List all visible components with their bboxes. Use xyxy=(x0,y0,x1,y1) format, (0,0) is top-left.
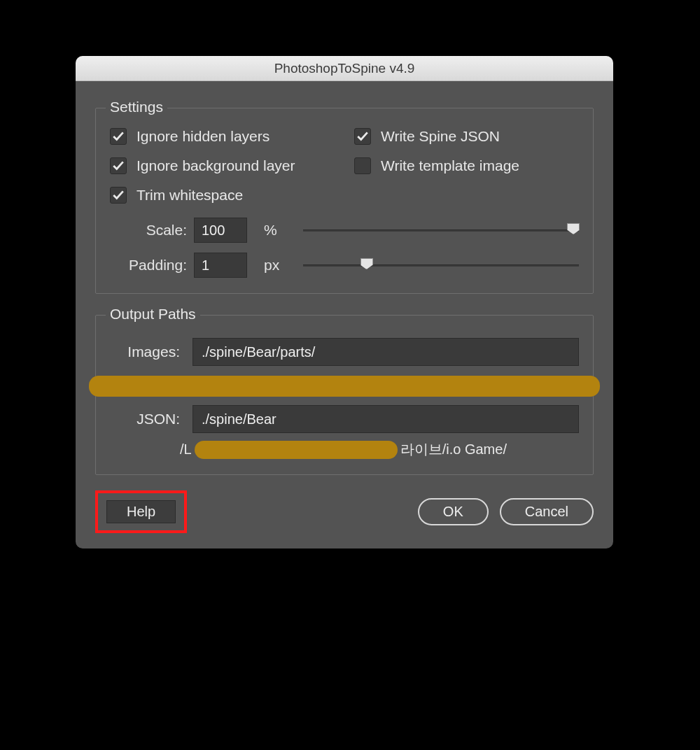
json-path-row: JSON: xyxy=(110,405,579,433)
help-button[interactable]: Help xyxy=(106,500,176,523)
help-highlight-box: Help xyxy=(95,490,187,533)
ok-button[interactable]: OK xyxy=(418,498,489,525)
ignore-hidden-checkbox[interactable]: Ignore hidden layers xyxy=(110,128,335,145)
padding-input[interactable] xyxy=(194,253,247,278)
resolved-path-hint: /L 라이브/i.o Game/ xyxy=(180,440,579,459)
images-path-input[interactable] xyxy=(192,338,579,366)
title-bar: PhotoshopToSpine v4.9 xyxy=(76,56,613,81)
slider-track xyxy=(303,264,579,267)
checkbox-icon xyxy=(110,157,127,174)
json-label: JSON: xyxy=(110,411,180,427)
dialog-window: PhotoshopToSpine v4.9 Settings Ignore hi… xyxy=(76,56,613,549)
ignore-background-checkbox[interactable]: Ignore background layer xyxy=(110,157,335,174)
padding-row: Padding: px xyxy=(110,253,579,278)
trim-whitespace-checkbox[interactable]: Trim whitespace xyxy=(110,187,335,204)
json-path-input[interactable] xyxy=(192,405,579,433)
dialog-content: Settings Ignore hidden layers Write Spin… xyxy=(76,81,613,549)
scale-unit: % xyxy=(264,222,292,239)
slider-thumb-icon[interactable] xyxy=(567,223,580,234)
slider-track xyxy=(303,229,579,232)
checkbox-label: Ignore background layer xyxy=(136,157,295,174)
checkbox-label: Trim whitespace xyxy=(136,187,243,204)
output-legend: Output Paths xyxy=(106,306,200,323)
checkbox-icon xyxy=(110,128,127,145)
output-paths-group: Output Paths Images: JSON: /L 라이브/i.o Ga… xyxy=(95,315,594,475)
hint-prefix: /L xyxy=(180,441,192,458)
padding-unit: px xyxy=(264,257,292,274)
hint-suffix: 라이브/i.o Game/ xyxy=(400,440,507,459)
scale-slider[interactable] xyxy=(303,223,579,237)
scale-label: Scale: xyxy=(110,222,187,239)
checkbox-label: Ignore hidden layers xyxy=(136,128,270,145)
settings-group: Settings Ignore hidden layers Write Spin… xyxy=(95,108,594,294)
checkbox-icon xyxy=(354,157,371,174)
scale-input[interactable] xyxy=(194,218,247,243)
redaction-brush-icon xyxy=(89,376,600,397)
checkbox-icon xyxy=(354,128,371,145)
settings-legend: Settings xyxy=(106,99,167,115)
images-label: Images: xyxy=(110,344,180,360)
redaction-brush-icon xyxy=(195,441,398,459)
checkbox-label: Write template image xyxy=(381,157,519,174)
window-title: PhotoshopToSpine v4.9 xyxy=(274,61,415,76)
dialog-footer: Help OK Cancel xyxy=(95,490,594,533)
write-template-checkbox[interactable]: Write template image xyxy=(354,157,579,174)
scale-row: Scale: % xyxy=(110,218,579,243)
slider-thumb-icon[interactable] xyxy=(360,258,373,269)
cancel-button[interactable]: Cancel xyxy=(500,498,594,525)
write-spine-json-checkbox[interactable]: Write Spine JSON xyxy=(354,128,579,145)
images-path-row: Images: xyxy=(110,338,579,366)
settings-checkboxes: Ignore hidden layers Write Spine JSON Ig… xyxy=(110,128,579,204)
checkbox-label: Write Spine JSON xyxy=(381,128,500,145)
checkbox-icon xyxy=(110,187,127,204)
padding-label: Padding: xyxy=(110,257,187,274)
padding-slider[interactable] xyxy=(303,258,579,272)
